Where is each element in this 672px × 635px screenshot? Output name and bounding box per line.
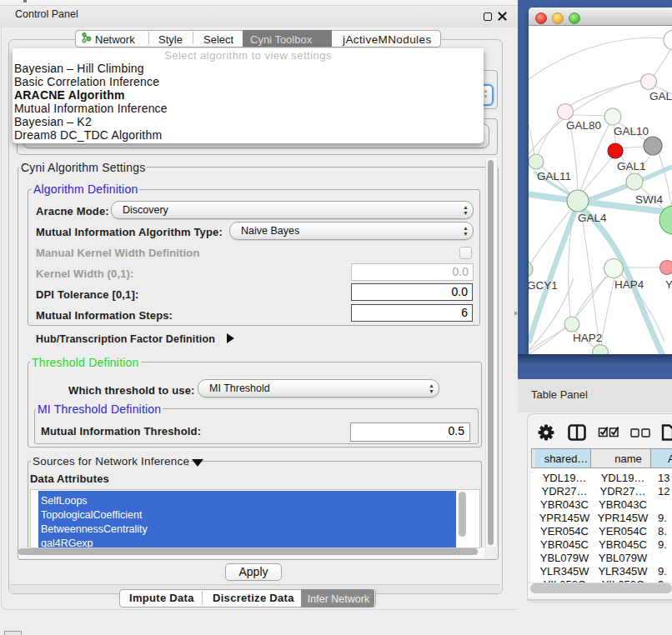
svg-text:GAL11: GAL11 bbox=[537, 170, 571, 182]
svg-text:GAL10: GAL10 bbox=[614, 125, 649, 138]
svg-text:HAP4: HAP4 bbox=[614, 278, 644, 291]
svg-text:GAL80: GAL80 bbox=[566, 119, 601, 132]
svg-text:GAL: GAL bbox=[649, 90, 672, 102]
svg-text:GAL1: GAL1 bbox=[617, 160, 646, 172]
svg-text:GCY1: GCY1 bbox=[529, 279, 558, 292]
svg-text:GAL4: GAL4 bbox=[578, 212, 607, 224]
svg-text:SWI4: SWI4 bbox=[635, 193, 663, 206]
svg-text:HAP2: HAP2 bbox=[573, 332, 602, 344]
svg-text:Y: Y bbox=[665, 278, 672, 291]
